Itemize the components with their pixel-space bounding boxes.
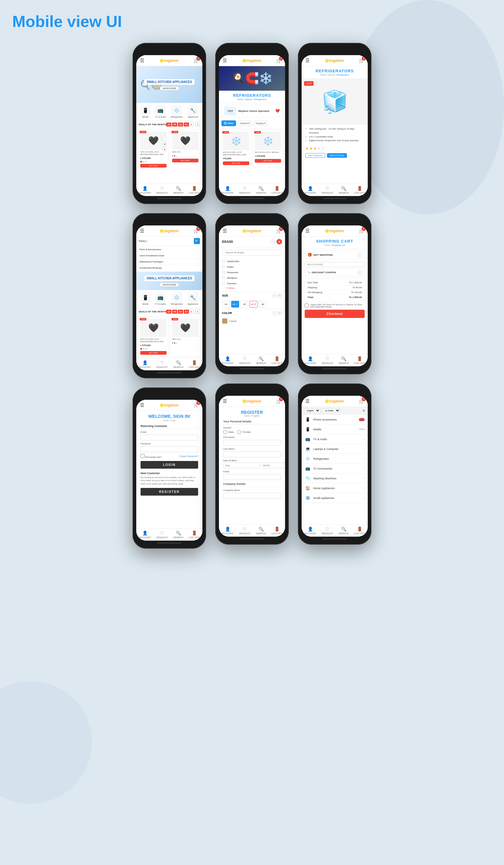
close-filter-btn[interactable]: ✕ bbox=[277, 239, 282, 244]
brand-item-whirlpool[interactable]: Whirlpool bbox=[222, 275, 282, 280]
color-add[interactable]: + bbox=[278, 311, 282, 315]
parts-item[interactable]: Snowboard Bindings bbox=[136, 265, 202, 271]
parts-item[interactable]: Parts & Accessories bbox=[136, 246, 202, 253]
prev-arrow[interactable]: ‹ bbox=[189, 309, 194, 314]
menu-item-small-appliances[interactable]: ⚙️ Small Appliances › bbox=[302, 493, 368, 503]
nav-logout[interactable]: 🚪LOG OUT bbox=[354, 186, 365, 194]
nav-account[interactable]: 👤ACCOUNT bbox=[139, 186, 151, 194]
register-button[interactable]: REGISTER bbox=[141, 488, 198, 496]
hamburger-icon[interactable]: ☰ bbox=[223, 398, 227, 404]
nav-wishlist[interactable]: ♡WISHLIST bbox=[156, 360, 168, 368]
nav-search[interactable]: 🔍SEARCH bbox=[339, 527, 349, 535]
more-brands-link[interactable]: + 5 More bbox=[222, 286, 282, 290]
nav-wishlist[interactable]: ♡WISHLIST bbox=[156, 186, 168, 194]
menu-item-refrigeration[interactable]: ❄️ Refrigeration › bbox=[302, 454, 368, 464]
login-button[interactable]: LOGIN bbox=[141, 461, 198, 469]
nav-search[interactable]: 🔍SEARCH bbox=[256, 356, 266, 365]
cat-mobile[interactable]: 📱 Mobile bbox=[141, 105, 150, 118]
write-review-btn[interactable]: Write A Review bbox=[327, 153, 347, 158]
nav-search[interactable]: 🔍SEARCH bbox=[339, 356, 349, 365]
language-select[interactable]: English bbox=[304, 408, 320, 413]
brand-search-input[interactable] bbox=[222, 250, 282, 255]
nav-wishlist[interactable]: ♡WISHLIST bbox=[322, 527, 333, 535]
view-action[interactable]: 👁 bbox=[162, 147, 167, 152]
color-collapse[interactable]: − bbox=[272, 311, 277, 315]
menu-item-laptops[interactable]: 💻 Laptops & Computer › bbox=[302, 444, 368, 454]
shop-now-btn-2[interactable]: SHOW MORE bbox=[160, 283, 179, 287]
coupon-expand-btn[interactable]: + bbox=[358, 270, 362, 275]
buy-now-btn[interactable]: BUY NOW bbox=[140, 164, 167, 168]
nav-wishlist[interactable]: ♡WISHLIST bbox=[322, 356, 333, 365]
menu-item-mobile[interactable]: 📱 Mobile 5555 bbox=[302, 425, 368, 434]
cat-mobile[interactable]: 📱Mobile bbox=[141, 292, 150, 305]
hamburger-icon[interactable]: ☰ bbox=[305, 58, 309, 64]
cart-icon[interactable]: 🛒0 bbox=[276, 229, 281, 233]
close-menu-btn[interactable]: ✕ bbox=[362, 408, 365, 413]
buy-now-btn[interactable]: BUY NOW bbox=[255, 159, 281, 163]
nav-search[interactable]: 🔍SEARCH bbox=[256, 527, 266, 535]
see-reviews-btn[interactable]: See 2 Reviews bbox=[305, 153, 325, 158]
nav-logout[interactable]: 🚪LOG OUT bbox=[354, 527, 365, 535]
company-name-input[interactable] bbox=[223, 493, 281, 499]
cat-appliances[interactable]: 🔧 Appliances bbox=[188, 105, 198, 118]
nav-logout[interactable]: 🚪LOG OUT bbox=[271, 356, 282, 365]
size-46[interactable]: 46 ✗ bbox=[249, 301, 258, 308]
cart-icon[interactable]: 🛒0 bbox=[276, 58, 281, 63]
nav-search[interactable]: 🔍SEARCH bbox=[173, 531, 184, 539]
display-dropdown[interactable]: Display ▾ bbox=[254, 121, 268, 126]
cart-icon[interactable]: 🛒0 bbox=[194, 58, 199, 63]
parts-item[interactable]: Wakeboard Packages bbox=[136, 259, 202, 265]
first-name-input[interactable] bbox=[223, 440, 281, 446]
gender-female[interactable]: Female bbox=[237, 430, 251, 434]
checkout-button[interactable]: Checkout bbox=[305, 310, 365, 318]
size-expand[interactable]: + bbox=[278, 293, 282, 298]
menu-item-washing-machines[interactable]: 🫧 Washing Machines › bbox=[302, 474, 368, 483]
nav-wishlist[interactable]: ♡WISHLIST bbox=[156, 531, 168, 539]
cat-refrigeration[interactable]: ❄️Refrigeration bbox=[171, 292, 183, 305]
hamburger-icon[interactable]: ☰ bbox=[305, 228, 309, 234]
nav-logout[interactable]: 🚪LOG OUT bbox=[189, 186, 200, 194]
nav-logout[interactable]: 🚪LOG OUT bbox=[189, 531, 200, 539]
nav-account[interactable]: 👤ACCOUNT bbox=[222, 356, 234, 365]
hamburger-icon[interactable]: ☰ bbox=[140, 58, 144, 64]
nav-search[interactable]: 🔍SEARCH bbox=[256, 186, 266, 194]
nav-logout[interactable]: 🚪LOG OUT bbox=[354, 356, 365, 365]
dob-month[interactable] bbox=[261, 462, 285, 468]
email-input[interactable] bbox=[223, 474, 281, 480]
prev-arrow[interactable]: ‹ bbox=[189, 122, 194, 127]
next-arrow[interactable]: › bbox=[195, 122, 200, 127]
gift-input[interactable] bbox=[305, 262, 365, 267]
hamburger-icon[interactable]: ☰ bbox=[140, 228, 144, 234]
brand-item-daikin[interactable]: Daikin bbox=[222, 264, 282, 269]
nav-account[interactable]: 👤ACCOUNT bbox=[304, 186, 317, 194]
buy-now-btn[interactable]: BUY NOW bbox=[223, 161, 249, 165]
nav-account[interactable]: 👤ACCOUNT bbox=[222, 186, 234, 194]
menu-item-home-appliances[interactable]: 🏠 Home Appliances › bbox=[302, 483, 368, 493]
hamburger-icon[interactable]: ☰ bbox=[140, 402, 144, 408]
cart-icon[interactable]: 🛒0 bbox=[359, 229, 364, 233]
nav-wishlist[interactable]: ♡WISHLIST bbox=[322, 186, 333, 194]
size-44-selected[interactable]: 44 ✓ bbox=[231, 301, 239, 308]
hamburger-icon[interactable]: ☰ bbox=[223, 58, 227, 64]
nav-search[interactable]: 🔍SEARCH bbox=[339, 186, 349, 194]
nav-logout[interactable]: 🚪LOG OUT bbox=[271, 186, 282, 194]
size-collapse[interactable]: − bbox=[272, 293, 277, 298]
brand-item-panasonic[interactable]: Panasonic bbox=[222, 269, 282, 275]
currency-select[interactable]: Us Dollar bbox=[322, 408, 340, 413]
collapse-btn[interactable]: − bbox=[270, 240, 275, 244]
next-arrow[interactable]: › bbox=[195, 309, 200, 314]
nav-account[interactable]: 👤ACCOUNT bbox=[139, 360, 151, 368]
nav-wishlist[interactable]: ♡WISHLIST bbox=[239, 527, 251, 535]
size-45[interactable]: 45 bbox=[241, 301, 248, 308]
brand-item-samsung[interactable]: SAMSUNG bbox=[222, 258, 282, 264]
hamburger-icon[interactable]: ☰ bbox=[223, 228, 227, 234]
cart-icon[interactable]: 🛒0 bbox=[194, 403, 199, 407]
nav-account[interactable]: 👤ACCOUNT bbox=[304, 356, 317, 365]
gift-expand-btn[interactable]: + bbox=[358, 253, 362, 257]
remember-label[interactable]: Remember Me? bbox=[141, 454, 162, 459]
last-name-input[interactable] bbox=[223, 451, 281, 457]
nav-logout[interactable]: 🚪LOG OUT bbox=[189, 360, 200, 368]
menu-item-phone-accessories[interactable]: 📱 Phone Accessories 👤 bbox=[302, 415, 368, 425]
cat-refrigeration[interactable]: ❄️ Refrigeration bbox=[171, 105, 183, 118]
cart-icon[interactable]: 🛒0 bbox=[359, 399, 364, 404]
